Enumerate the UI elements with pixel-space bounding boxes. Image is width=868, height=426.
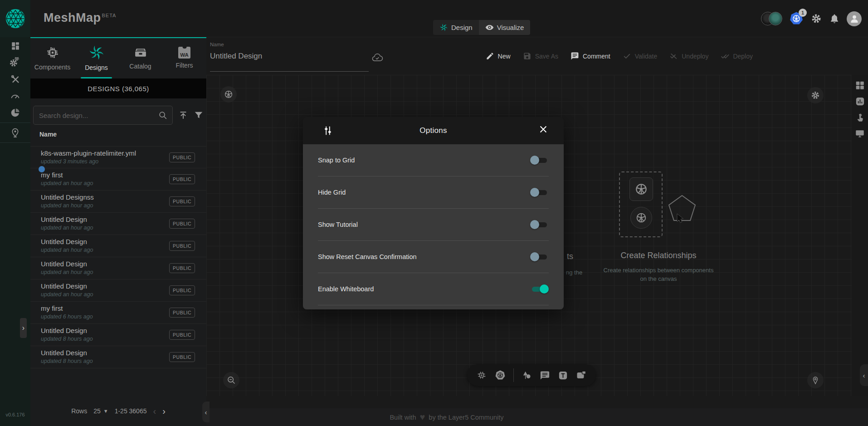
toggle-knob xyxy=(530,188,539,197)
dock-comment-button[interactable] xyxy=(540,370,550,381)
dock-media-button[interactable] xyxy=(576,370,587,381)
design-updated: updated an hour ago xyxy=(41,291,93,298)
person-icon xyxy=(849,13,860,24)
design-row[interactable]: Untitled Design updated an hour ago PUBL… xyxy=(30,213,206,235)
zoom-out-button[interactable] xyxy=(223,372,239,388)
undeploy-label: Undeploy xyxy=(682,53,708,60)
enable-whiteboard-toggle[interactable] xyxy=(530,284,549,294)
nav-dashboard[interactable] xyxy=(0,37,30,54)
canvas-settings-button[interactable] xyxy=(807,87,824,103)
design-row[interactable]: Untitled Design updated an hour ago PUBL… xyxy=(30,257,206,279)
option-label: Show Tutorial xyxy=(318,221,358,228)
tab-filters[interactable]: WA Filters xyxy=(162,38,206,77)
prev-page-button[interactable]: ‹ xyxy=(153,406,156,416)
canvas-config-button[interactable] xyxy=(220,86,237,103)
tab-components-label: Components xyxy=(34,64,70,71)
nav-lifecycle[interactable] xyxy=(0,54,30,71)
design-row[interactable]: Untitled Design updated 8 hours ago PUBL… xyxy=(30,346,206,368)
pencil-icon xyxy=(486,52,494,60)
interaction-mode-button[interactable] xyxy=(855,113,865,122)
dock-components-button[interactable] xyxy=(476,370,487,381)
tab-components[interactable]: Components xyxy=(30,38,74,77)
whiteboard-pen-button[interactable] xyxy=(807,372,824,388)
webassembly-icon: WA xyxy=(178,47,190,59)
undeploy-button[interactable]: Undeploy xyxy=(669,52,708,60)
filter-button[interactable] xyxy=(194,110,204,120)
canvas-toolbar: Name Untitled Design New Save As xyxy=(206,37,868,75)
nav-configuration[interactable] xyxy=(0,71,30,88)
tune-sliders-icon xyxy=(322,125,334,137)
rows-per-page-select[interactable]: 25 ▼ xyxy=(93,407,108,415)
close-modal-button[interactable] xyxy=(538,124,548,134)
reset-canvas-confirmation-toggle[interactable] xyxy=(530,252,549,261)
search-input[interactable] xyxy=(39,106,152,124)
design-row[interactable]: Untitled Designss updated an hour ago PU… xyxy=(30,191,206,213)
rail-expand-button[interactable]: › xyxy=(20,318,27,338)
chevron-left-icon: ‹ xyxy=(205,408,207,416)
dashboard-grid-button[interactable] xyxy=(855,80,865,90)
design-row[interactable]: k8s-wasm-plugin-ratelimiter.yml updated … xyxy=(30,146,206,168)
design-row[interactable]: Untitled Design updated 8 hours ago PUBL… xyxy=(30,324,206,346)
visibility-badge: PUBLIC xyxy=(169,241,195,251)
chevron-right-icon: › xyxy=(162,406,166,416)
design-row[interactable]: Untitled Design updated an hour ago PUBL… xyxy=(30,279,206,302)
user-avatar[interactable] xyxy=(847,11,862,26)
design-updated: updated an hour ago xyxy=(41,202,93,209)
visibility-badge: PUBLIC xyxy=(169,263,195,273)
gear-icon xyxy=(810,90,820,100)
meshery-spiral-icon xyxy=(439,23,448,32)
empty-state-subtitle: Create relationships between components … xyxy=(602,266,715,284)
design-row[interactable]: Untitled Design updated an hour ago PUBL… xyxy=(30,235,206,257)
text-tool-icon xyxy=(558,370,568,381)
visibility-badge: PUBLIC xyxy=(169,352,195,362)
tab-catalog-label: Catalog xyxy=(129,63,151,70)
app-version: v0.6.176 xyxy=(0,412,30,417)
design-name-field[interactable]: Name Untitled Design xyxy=(210,41,369,72)
dock-text-button[interactable] xyxy=(558,370,568,381)
hide-grid-toggle[interactable] xyxy=(530,188,549,197)
settings-button[interactable] xyxy=(810,13,822,24)
screen-share-button[interactable] xyxy=(855,128,865,138)
search-box xyxy=(33,106,173,125)
design-row[interactable]: my first updated an hour ago PUBLIC xyxy=(30,168,206,191)
panel-collapse-button[interactable]: ‹ xyxy=(202,402,210,422)
tab-visualize[interactable]: Visualize xyxy=(479,20,531,35)
nav-performance[interactable] xyxy=(0,88,30,104)
kubernetes-context-button[interactable]: 1 xyxy=(789,11,804,26)
save-as-button[interactable]: Save As xyxy=(523,52,558,60)
chart-panel-button[interactable] xyxy=(855,96,865,107)
nav-extensions[interactable] xyxy=(0,104,30,121)
new-design-button[interactable]: New xyxy=(486,52,511,60)
snap-to-grid-toggle[interactable] xyxy=(530,156,549,165)
tab-catalog[interactable]: Catalog xyxy=(118,38,162,77)
tab-design[interactable]: Design xyxy=(433,20,479,35)
option-row-enable-whiteboard: Enable Whiteboard xyxy=(318,273,549,305)
check-icon xyxy=(623,52,631,60)
caret-down-icon: ▼ xyxy=(103,408,108,414)
deploy-button[interactable]: Deploy xyxy=(721,52,753,60)
toggle-knob xyxy=(530,156,539,165)
relationship-hint-box xyxy=(619,171,663,237)
notifications-button[interactable] xyxy=(829,13,840,24)
rail-divider xyxy=(0,142,30,143)
design-row[interactable]: my first updated 6 hours ago PUBLIC xyxy=(30,302,206,324)
dock-kubernetes-button[interactable] xyxy=(495,370,506,381)
collaborator-avatars[interactable] xyxy=(761,12,782,25)
component-chip-icon xyxy=(45,45,60,60)
comment-button[interactable]: Comment xyxy=(571,52,610,60)
layer5-logo[interactable] xyxy=(0,0,30,37)
design-name: Untitled Design xyxy=(41,327,87,334)
show-tutorial-toggle[interactable] xyxy=(530,220,549,229)
next-page-button[interactable]: › xyxy=(162,406,166,416)
validate-button[interactable]: Validate xyxy=(623,52,658,60)
chevron-right-icon: › xyxy=(22,324,24,332)
option-label: Snap to Grid xyxy=(318,157,355,164)
tab-designs[interactable]: Designs xyxy=(74,38,118,77)
nav-meshmap[interactable] xyxy=(0,124,30,141)
shapes-icon xyxy=(522,370,532,381)
right-panel-collapse-button[interactable]: ‹ xyxy=(860,364,868,386)
dock-shapes-button[interactable] xyxy=(522,370,532,381)
import-design-button[interactable] xyxy=(178,110,188,120)
canvas-footer: Built with ♥ by the Layer5 Community xyxy=(206,408,868,426)
top-bar: MeshMapBETA Design Visualize xyxy=(0,0,868,37)
